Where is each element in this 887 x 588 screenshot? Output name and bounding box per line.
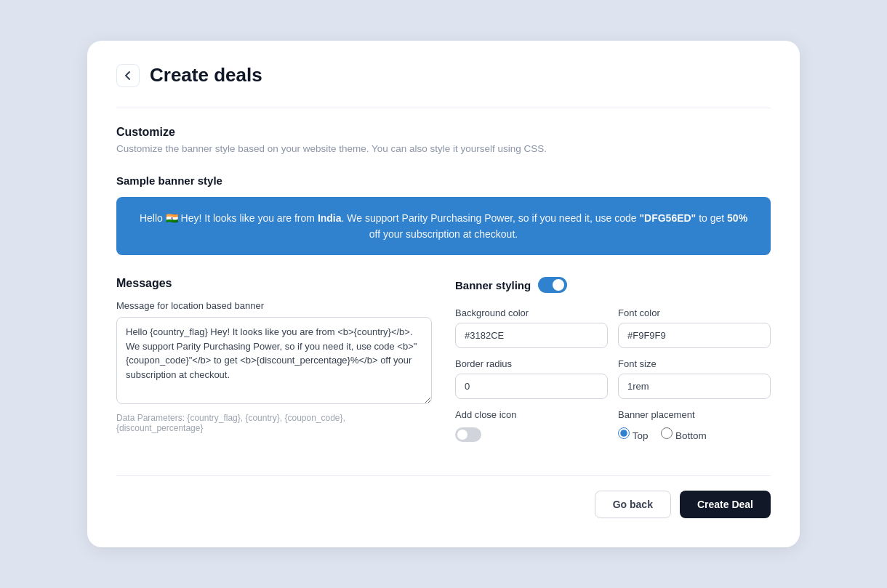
- font-color-input[interactable]: [618, 323, 771, 348]
- background-color-group: Background color: [455, 307, 608, 348]
- radio-group: Top Bottom: [618, 427, 771, 448]
- create-deal-button[interactable]: Create Deal: [680, 491, 771, 518]
- banner-styling-toggle[interactable]: [538, 277, 567, 293]
- banner-country: India: [318, 212, 342, 224]
- close-icon-placement-row: Add close icon Banner placement Top: [455, 409, 771, 449]
- close-icon-label: Add close icon: [455, 409, 608, 420]
- font-size-group: Font size: [618, 358, 771, 399]
- radio-bottom-input[interactable]: [661, 427, 673, 439]
- radio-top-label: Top: [633, 430, 649, 441]
- toggle-track: [538, 277, 567, 293]
- banner-styling-header: Banner styling: [455, 277, 771, 293]
- banner-placement-group: Banner placement Top Bottom: [618, 409, 771, 448]
- banner-styling-title: Banner styling: [455, 279, 531, 291]
- radio-top-input[interactable]: [618, 427, 630, 439]
- banner-preview: Hello 🇮🇳 Hey! It looks like you are from…: [116, 197, 771, 256]
- customize-title: Customize: [116, 126, 771, 139]
- border-radius-input[interactable]: [455, 374, 608, 399]
- header-divider: [116, 108, 771, 108]
- content-grid: Messages Message for location based bann…: [116, 277, 771, 449]
- customize-section: Customize Customize the banner style bas…: [116, 126, 771, 154]
- banner-text-1: Hello 🇮🇳 Hey! It looks like you are from: [140, 212, 318, 224]
- close-icon-toggle[interactable]: [455, 427, 481, 442]
- radio-bottom[interactable]: Bottom: [661, 427, 706, 441]
- message-textarea[interactable]: Hello {country_flag} Hey! It looks like …: [116, 317, 432, 404]
- toggle-thumb: [553, 279, 564, 291]
- font-color-group: Font color: [618, 307, 771, 348]
- banner-code: "DFG56ED": [639, 212, 696, 224]
- close-icon-group: Add close icon: [455, 409, 608, 449]
- sample-banner-label: Sample banner style: [116, 174, 771, 187]
- page-title: Create deals: [150, 64, 262, 86]
- font-color-label: Font color: [618, 307, 771, 318]
- banner-styling-section: Banner styling Background color Font col…: [455, 277, 771, 449]
- radio-bottom-label: Bottom: [675, 430, 707, 441]
- footer-actions: Go back Create Deal: [116, 475, 771, 518]
- data-params: Data Parameters: {country_flag}, {countr…: [116, 413, 432, 433]
- background-color-input[interactable]: [455, 323, 608, 348]
- back-chevron-button[interactable]: [116, 64, 140, 87]
- main-card: Create deals Customize Customize the ban…: [87, 41, 800, 548]
- location-banner-label: Message for location based banner: [116, 300, 432, 311]
- background-color-label: Background color: [455, 307, 608, 318]
- border-radius-group: Border radius: [455, 358, 608, 399]
- border-radius-label: Border radius: [455, 358, 608, 369]
- size-row: Border radius Font size: [455, 358, 771, 399]
- customize-description: Customize the banner style based on your…: [116, 143, 771, 154]
- banner-placement-label: Banner placement: [618, 409, 771, 420]
- chevron-left-icon: [122, 70, 134, 81]
- banner-discount: 50%: [727, 212, 747, 224]
- radio-top[interactable]: Top: [618, 427, 648, 441]
- page-header: Create deals: [116, 64, 771, 87]
- sample-banner-container: Sample banner style Hello 🇮🇳 Hey! It loo…: [116, 174, 771, 256]
- color-row: Background color Font color: [455, 307, 771, 348]
- go-back-button[interactable]: Go back: [595, 491, 671, 518]
- banner-text-2: . We support Parity Purchasing Power, so…: [342, 212, 640, 224]
- banner-text-4: off your subscription at checkout.: [369, 228, 518, 240]
- banner-text-3: to get: [696, 212, 727, 224]
- messages-title: Messages: [116, 277, 432, 290]
- font-size-label: Font size: [618, 358, 771, 369]
- font-size-input[interactable]: [618, 374, 771, 399]
- messages-section: Messages Message for location based bann…: [116, 277, 432, 433]
